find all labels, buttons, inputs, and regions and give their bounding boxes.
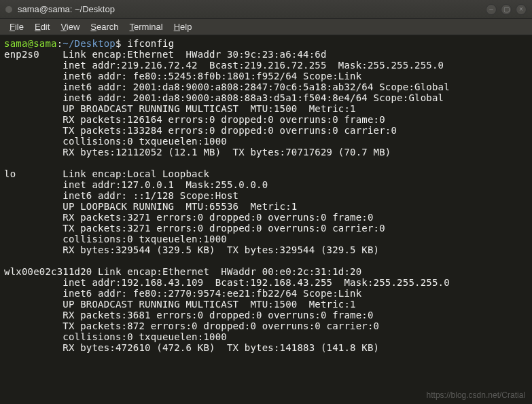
- close-button[interactable]: ×: [516, 4, 527, 15]
- terminal-body[interactable]: sama@sama:~/Desktop$ ifconfig enp2s0 Lin…: [0, 35, 532, 404]
- prompt-dollar: $: [116, 38, 122, 49]
- prompt-userhost: sama@sama: [4, 38, 57, 49]
- menu-file[interactable]: File: [4, 20, 29, 33]
- menu-view[interactable]: View: [55, 20, 85, 33]
- menu-edit[interactable]: Edit: [29, 20, 55, 33]
- watermark: https://blog.csdn.net/Cratial: [427, 390, 525, 400]
- maximize-icon: ▢: [503, 5, 510, 13]
- menubar: File Edit View Search Terminal Help: [0, 19, 532, 35]
- menu-search[interactable]: Search: [85, 20, 124, 33]
- window-title: sama@sama: ~/Desktop: [18, 4, 486, 14]
- prompt-path: ~/Desktop: [63, 38, 116, 49]
- command-text: ifconfig: [127, 38, 174, 49]
- minimize-button[interactable]: –: [486, 4, 497, 15]
- titlebar: sama@sama: ~/Desktop – ▢ ×: [0, 0, 532, 19]
- close-icon: ×: [519, 5, 523, 13]
- maximize-button[interactable]: ▢: [501, 4, 512, 15]
- menu-help[interactable]: Help: [169, 20, 198, 33]
- menu-terminal[interactable]: Terminal: [124, 20, 169, 33]
- terminal-output: enp2s0 Link encap:Ethernet HWaddr 30:9c:…: [4, 49, 450, 353]
- minimize-icon: –: [489, 5, 493, 13]
- app-dot-icon: [5, 6, 12, 13]
